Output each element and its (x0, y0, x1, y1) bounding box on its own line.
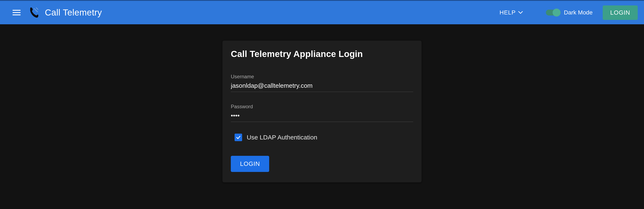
header-login-button[interactable]: LOGIN (603, 5, 638, 20)
username-input[interactable] (231, 81, 413, 92)
app-header: Call Telemetry HELP Dark Mode LOGIN (0, 0, 644, 24)
dark-mode-toggle[interactable]: Dark Mode (546, 9, 593, 16)
toggle-thumb (552, 8, 560, 16)
app-title: Call Telemetry (45, 7, 102, 17)
username-label: Username (231, 74, 413, 80)
password-field: Password (231, 104, 413, 122)
password-input[interactable] (231, 111, 413, 122)
ldap-checkbox-row: Use LDAP Authentication (231, 134, 413, 141)
help-menu[interactable]: HELP (495, 7, 527, 18)
username-field: Username (231, 74, 413, 92)
toggle-track (546, 10, 560, 15)
phone-logo-icon (28, 7, 38, 18)
menu-icon[interactable] (12, 7, 23, 17)
ldap-checkbox[interactable] (234, 134, 242, 141)
ldap-checkbox-label: Use LDAP Authentication (247, 134, 317, 141)
login-submit-button[interactable]: LOGIN (231, 156, 269, 172)
login-card-title: Call Telemetry Appliance Login (231, 49, 413, 59)
password-label: Password (231, 104, 413, 110)
login-card: Call Telemetry Appliance Login Username … (222, 41, 422, 182)
main-content: Call Telemetry Appliance Login Username … (0, 24, 644, 182)
help-label: HELP (500, 9, 516, 16)
chevron-down-icon (518, 11, 523, 14)
dark-mode-label: Dark Mode (564, 9, 593, 16)
